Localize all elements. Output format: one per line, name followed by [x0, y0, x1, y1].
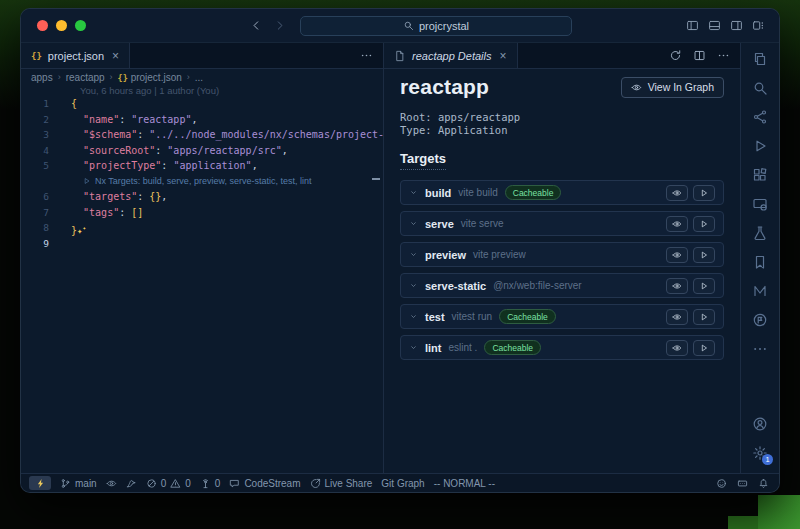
command-center[interactable]: projcrystal: [300, 16, 572, 36]
statusbar-git-graph[interactable]: Git Graph: [381, 478, 424, 489]
activity-settings-gear-icon[interactable]: 1: [752, 445, 768, 461]
view-in-graph-button[interactable]: View In Graph: [621, 77, 724, 98]
target-command: vite preview: [473, 249, 526, 260]
activity-search-icon[interactable]: [752, 80, 768, 96]
code-editor[interactable]: You, 6 hours ago | 1 author (You)1{2 "na…: [21, 85, 383, 473]
activity-run-debug-icon[interactable]: [752, 138, 768, 154]
run-target-button[interactable]: [693, 216, 715, 232]
chevron-down-icon[interactable]: [409, 250, 418, 259]
tab-project-json[interactable]: {} project.json ×: [21, 43, 130, 68]
more-icon[interactable]: [717, 49, 730, 62]
statusbar-vim-mode[interactable]: -- NORMAL --: [434, 478, 495, 489]
editor-group-right: reactapp Details × reactapp View In Grap…: [384, 43, 740, 473]
activity-pin-circle-icon[interactable]: [752, 312, 768, 328]
activity-beaker-icon[interactable]: [752, 225, 768, 241]
view-target-button[interactable]: [666, 247, 688, 263]
chevron-down-icon[interactable]: [409, 219, 418, 228]
window-controls: [21, 20, 100, 31]
statusbar-text: -- NORMAL --: [434, 478, 495, 489]
activity-bookmark-icon[interactable]: [752, 254, 768, 270]
activity-bar: 1: [740, 43, 779, 473]
line-number: 1: [21, 96, 57, 112]
target-row-serve[interactable]: serve vite serve: [400, 211, 724, 236]
refresh-icon[interactable]: [669, 49, 682, 62]
file-icon: [394, 50, 406, 62]
activity-share-graph-icon[interactable]: [752, 109, 768, 125]
view-target-button[interactable]: [666, 340, 688, 356]
statusbar-feedback[interactable]: [716, 478, 727, 489]
chevron-down-icon[interactable]: [409, 312, 418, 321]
statusbar-remote-indicator[interactable]: [29, 476, 51, 490]
statusbar-live-share[interactable]: Live Share: [310, 478, 373, 489]
breadcrumb-item[interactable]: apps: [31, 72, 53, 83]
statusbar-gitlens-toggle[interactable]: [106, 478, 117, 489]
statusbar-pets[interactable]: [126, 478, 137, 489]
bird-icon: [126, 478, 137, 489]
close-icon[interactable]: ×: [110, 50, 119, 62]
statusbar-screencast[interactable]: [737, 478, 748, 489]
chevron-down-icon[interactable]: [409, 188, 418, 197]
layout-customize-icon[interactable]: [752, 19, 765, 32]
cacheable-badge: Cacheable: [484, 340, 541, 355]
target-row-serve-static[interactable]: serve-static @nx/web:file-server: [400, 273, 724, 298]
activity-account-icon[interactable]: [752, 416, 768, 432]
run-target-button[interactable]: [693, 278, 715, 294]
tab-reactapp-details[interactable]: reactapp Details ×: [384, 43, 518, 68]
target-command: vite build: [458, 187, 497, 198]
view-target-button[interactable]: [666, 185, 688, 201]
eye-icon: [672, 281, 682, 291]
target-row-test[interactable]: test vitest run Cacheable: [400, 304, 724, 329]
target-row-lint[interactable]: lint eslint . Cacheable: [400, 335, 724, 360]
liveshare-icon: [310, 478, 321, 489]
statusbar-codestream[interactable]: CodeStream: [229, 478, 300, 489]
activity-nx-console-icon[interactable]: [752, 283, 768, 299]
target-command: eslint .: [449, 342, 478, 353]
share-graph-icon: [752, 109, 768, 125]
forward-icon[interactable]: [273, 19, 286, 32]
statusbar-problems[interactable]: 00: [146, 478, 191, 489]
layout-sidebar-icon[interactable]: [686, 19, 699, 32]
statusbar-ports[interactable]: 0: [200, 478, 221, 489]
target-name: test: [425, 311, 445, 323]
target-row-build[interactable]: build vite build Cacheable: [400, 180, 724, 205]
chevron-down-icon[interactable]: [409, 281, 418, 290]
search-icon: [403, 20, 414, 31]
run-target-button[interactable]: [693, 309, 715, 325]
wallpaper-patch: [758, 495, 800, 529]
breadcrumb-item[interactable]: ...: [195, 72, 203, 83]
minimize-window-button[interactable]: [56, 20, 67, 31]
activity-extensions-icon[interactable]: [752, 167, 768, 183]
back-icon[interactable]: [250, 19, 263, 32]
nx-targets-codelens[interactable]: Nx Targets: build, serve, preview, serve…: [83, 174, 383, 190]
activity-more-icon[interactable]: [752, 341, 768, 357]
code-line: 4 "sourceRoot": "apps/reactapp/src",: [21, 143, 383, 159]
line-number: 9: [21, 236, 57, 252]
activity-remote-window-icon[interactable]: [752, 196, 768, 212]
more-actions-icon[interactable]: [360, 49, 373, 62]
line-number: 5: [21, 158, 57, 174]
activity-files-copy-icon[interactable]: [752, 51, 768, 67]
breadcrumb[interactable]: apps›reactapp›{} project.json›...: [21, 69, 383, 85]
run-target-button[interactable]: [693, 340, 715, 356]
view-target-button[interactable]: [666, 278, 688, 294]
run-target-button[interactable]: [693, 247, 715, 263]
code-line: 6 "targets": {},: [21, 189, 383, 205]
statusbar-notifications[interactable]: [758, 478, 769, 489]
close-icon[interactable]: ×: [498, 50, 507, 62]
target-row-preview[interactable]: preview vite preview: [400, 242, 724, 267]
layout-sidebar-right-icon[interactable]: [730, 19, 743, 32]
zoom-window-button[interactable]: [75, 20, 86, 31]
tower-icon: [200, 478, 211, 489]
line-number: 7: [21, 205, 57, 221]
breadcrumb-item[interactable]: reactapp: [66, 72, 105, 83]
chevron-down-icon[interactable]: [409, 343, 418, 352]
view-target-button[interactable]: [666, 309, 688, 325]
close-window-button[interactable]: [37, 20, 48, 31]
view-target-button[interactable]: [666, 216, 688, 232]
statusbar-git-branch[interactable]: main: [60, 478, 97, 489]
breadcrumb-item[interactable]: {} project.json: [118, 72, 182, 83]
layout-panel-icon[interactable]: [708, 19, 721, 32]
run-target-button[interactable]: [693, 185, 715, 201]
codelens-play-icon: [83, 177, 91, 185]
split-editor-icon[interactable]: [693, 49, 706, 62]
